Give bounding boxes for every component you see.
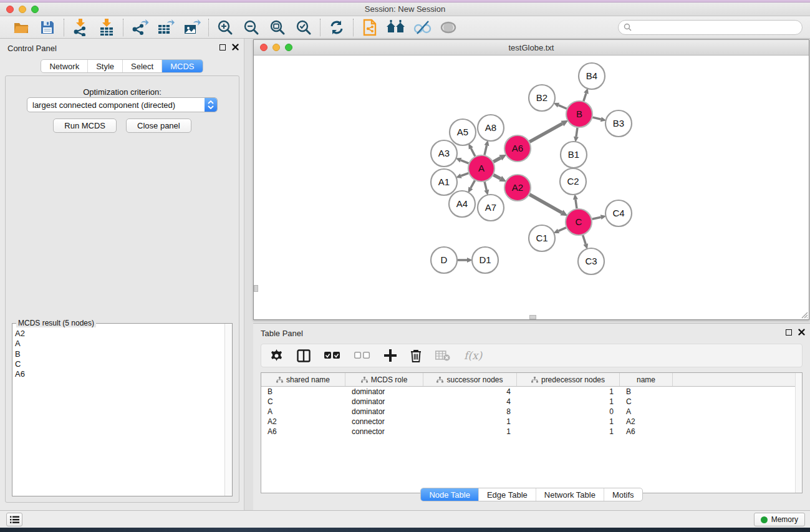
graph-node-A1[interactable]: A1 [431,169,457,195]
tab-style[interactable]: Style [88,60,123,72]
graph-edge-A-A8[interactable] [485,140,489,155]
mcds-result-item[interactable]: A [15,339,25,349]
zoom-in-icon[interactable] [215,18,235,37]
network-canvas[interactable]: B4B2BB3A8A5A6A3B1AC2A1A2A4A7C4CC1C3DD1 [254,56,809,319]
graph-edge-C-C2[interactable] [573,194,578,208]
export-table-icon[interactable] [156,18,176,37]
column-header-predecessor-nodes[interactable]: predecessor nodes [517,373,620,386]
graph-node-A4[interactable]: A4 [449,191,475,217]
graph-node-D[interactable]: D [431,247,457,273]
delete-column-trash-icon[interactable] [410,349,422,362]
result-scrollbar[interactable] [224,324,232,496]
table-row[interactable]: A6connector11A6 [261,427,802,437]
graph-node-A8[interactable]: A8 [478,115,504,141]
canvas-hscroll-stub[interactable] [529,315,536,319]
import-network-icon[interactable] [70,18,90,37]
graph-node-A3[interactable]: A3 [431,140,457,167]
graph-node-B4[interactable]: B4 [579,63,605,89]
memory-button[interactable]: Memory [754,513,805,526]
export-network-icon[interactable] [130,18,150,37]
graph-node-A7[interactable]: A7 [478,195,504,221]
new-session-from-file-icon[interactable] [360,18,380,37]
save-session-icon[interactable] [37,18,57,37]
select-all-icon[interactable] [324,352,340,359]
graph-edge-A-A5[interactable] [468,143,475,157]
graph-edge-A2-C[interactable] [529,195,567,216]
graph-node-A5[interactable]: A5 [450,119,476,145]
close-panel-button[interactable]: Close panel [126,118,191,133]
graph-edge-B-B3[interactable] [592,117,606,122]
mcds-result-item[interactable]: B [15,349,25,359]
deselect-all-icon[interactable] [354,352,370,359]
graph-edge-B-B2[interactable] [553,103,566,109]
graph-edge-A6-B[interactable] [529,120,568,142]
zoom-fit-icon[interactable] [268,18,287,37]
graph-edge-B-B4[interactable] [584,88,589,101]
search-input[interactable] [635,23,797,32]
tab-select[interactable]: Select [123,60,162,72]
task-history-button[interactable] [6,513,22,526]
graph-edge-C-C4[interactable] [592,215,606,220]
resize-grip-icon[interactable] [800,311,808,319]
graph-edge-D-D1[interactable] [458,258,473,263]
graph-node-B1[interactable]: B1 [561,142,587,168]
graph-node-B3[interactable]: B3 [605,110,632,137]
network-window-titlebar[interactable]: testGlobe.txt [254,40,809,56]
hide-glasses-icon[interactable] [412,18,432,37]
graph-edge-C-C3[interactable] [583,235,588,249]
mcds-result-item[interactable]: A6 [15,369,25,379]
tab-edge-table[interactable]: Edge Table [479,488,536,501]
graph-edge-A-A7[interactable] [484,181,489,195]
export-image-icon[interactable] [182,18,202,37]
refresh-icon[interactable] [327,18,347,37]
table-scrollbar[interactable] [795,373,802,493]
tab-node-table[interactable]: Node Table [421,488,479,501]
graph-edge-C-C1[interactable] [553,228,566,233]
tab-network-table[interactable]: Network Table [536,488,604,501]
graph-edge-A-A4[interactable] [468,180,475,193]
open-session-icon[interactable] [11,18,31,37]
column-selector-icon[interactable] [297,349,311,362]
graph-node-D1[interactable]: D1 [472,247,498,273]
graph-edge-A-A2[interactable] [493,175,506,181]
float-table-panel-icon[interactable] [786,329,792,336]
column-header-shared-name[interactable]: shared name [261,373,345,386]
close-panel-icon[interactable] [232,44,239,51]
column-header-MCDS-role[interactable]: MCDS role [345,373,423,386]
mcds-result-item[interactable]: C [15,359,25,369]
show-eye-icon[interactable] [438,18,458,37]
tab-mcds[interactable]: MCDS [162,60,202,72]
graph-node-C1[interactable]: C1 [529,225,555,251]
graph-edge-B-B1[interactable] [574,128,579,142]
tab-motifs[interactable]: Motifs [604,488,642,501]
graph-edge-A-A6[interactable] [493,155,506,162]
graph-node-C2[interactable]: C2 [560,168,586,195]
graph-edge-A-A1[interactable] [456,173,469,178]
canvas-vscroll-stub[interactable] [254,285,258,292]
table-row[interactable]: A2connector11A2 [261,417,802,427]
graph-edge-A-A3[interactable] [456,158,469,163]
run-mcds-button[interactable]: Run MCDS [53,118,117,133]
graph-node-B2[interactable]: B2 [529,85,555,111]
graph-node-C3[interactable]: C3 [578,248,604,274]
table-row[interactable]: Bdominator41B [261,387,802,397]
import-table-icon[interactable] [97,18,117,37]
graph-node-C[interactable]: C [566,209,592,235]
graph-node-A[interactable]: A [468,155,494,181]
delete-table-icon[interactable] [435,350,450,361]
graph-node-A6[interactable]: A6 [504,135,531,162]
float-panel-icon[interactable] [219,44,226,51]
close-table-panel-icon[interactable] [798,329,805,336]
add-column-icon[interactable] [384,349,397,362]
table-row[interactable]: Cdominator41C [261,397,802,407]
tab-network[interactable]: Network [41,60,88,72]
graph-node-B[interactable]: B [566,101,592,127]
column-header-successor-nodes[interactable]: successor nodes [423,373,517,386]
table-settings-gear-icon[interactable] [270,349,283,362]
table-row[interactable]: Adominator80A [261,407,802,417]
home-icon[interactable] [386,18,406,37]
zoom-selected-icon[interactable] [294,18,314,37]
criterion-dropdown[interactable]: largest connected component (directed) [27,97,218,112]
mcds-result-item[interactable]: A2 [15,329,25,339]
graph-node-C4[interactable]: C4 [605,200,632,226]
